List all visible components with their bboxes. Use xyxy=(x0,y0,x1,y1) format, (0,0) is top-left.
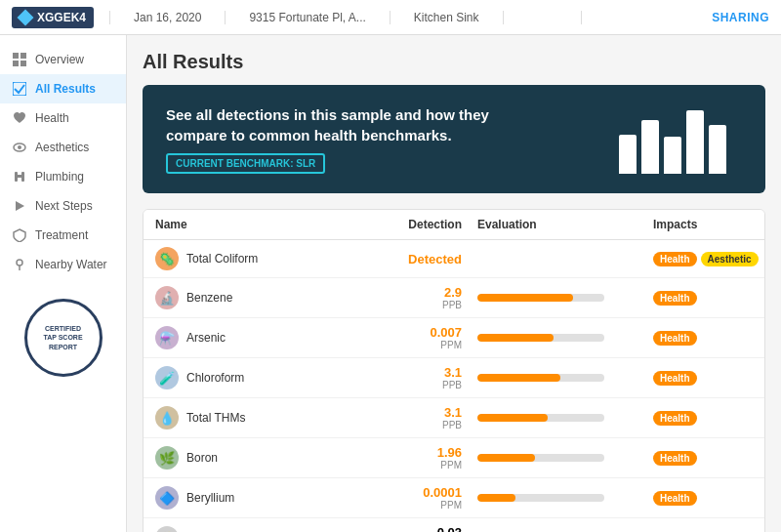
detection-value: 0.0001 xyxy=(350,485,462,500)
col-header-evaluation: Evaluation xyxy=(477,218,653,231)
cell-evaluation xyxy=(477,414,653,422)
table-row: ✨Silver0.03PPM xyxy=(144,518,764,532)
address-field: 9315 Fortunate Pl, A... xyxy=(226,11,390,24)
table-row: 🔷Beryllium0.0001PPMHealth xyxy=(144,478,764,518)
contaminant-icon: 🔷 xyxy=(155,486,179,510)
contaminant-name: Total THMs xyxy=(186,411,245,425)
detection-unit: PPB xyxy=(350,300,462,310)
cell-evaluation xyxy=(477,374,653,382)
cell-impacts: HealthAesthetic xyxy=(653,252,765,266)
col-header-impacts: Impacts xyxy=(653,218,765,231)
sidebar-label-plumbing: Plumbing xyxy=(35,170,84,184)
contaminant-name: Benzene xyxy=(186,291,232,305)
sidebar-item-nearby-water[interactable]: Nearby Water xyxy=(0,250,126,279)
top-bar: XGGEK4 Jan 16, 2020 9315 Fortunate Pl, A… xyxy=(0,0,781,35)
sharing-button[interactable]: SHARING xyxy=(712,11,769,24)
svg-marker-10 xyxy=(16,201,24,211)
cell-impacts: Health xyxy=(653,451,765,466)
cell-impacts: Health xyxy=(653,411,765,426)
cell-evaluation xyxy=(477,334,653,342)
contaminant-icon: 🌿 xyxy=(155,446,179,470)
svg-rect-0 xyxy=(13,53,19,59)
sidebar-label-health: Health xyxy=(35,111,69,125)
contaminant-icon: ✨ xyxy=(155,526,179,532)
cell-name: 🔷Beryllium xyxy=(155,486,350,510)
heart-icon xyxy=(12,110,27,126)
sidebar-item-next-steps[interactable]: Next Steps xyxy=(0,191,126,221)
cell-impacts: Health xyxy=(653,291,765,306)
impact-badge: Health xyxy=(653,371,697,386)
sidebar-label-aesthetics: Aesthetics xyxy=(35,141,89,154)
cell-name: ⚗️Arsenic xyxy=(155,326,350,349)
detection-unit: PPM xyxy=(350,340,462,350)
impact-badge: Health xyxy=(653,331,697,346)
detection-value: 0.007 xyxy=(350,325,462,340)
detection-value: 0.03 xyxy=(350,525,462,532)
eval-bar-container xyxy=(477,334,604,342)
sidebar-item-health[interactable]: Health xyxy=(0,103,126,133)
svg-rect-2 xyxy=(13,61,19,66)
detection-text: Detected xyxy=(350,252,462,266)
detection-value: 3.1 xyxy=(350,365,462,380)
detection-unit: PPM xyxy=(350,460,462,471)
benchmark-badge[interactable]: CURRENT BENCHMARK: SLR xyxy=(166,153,325,174)
sidebar-item-plumbing[interactable]: Plumbing xyxy=(0,162,126,191)
impact-badge: Health xyxy=(653,451,697,466)
sidebar-item-aesthetics[interactable]: Aesthetics xyxy=(0,133,126,162)
logo: XGGEK4 xyxy=(12,7,94,28)
date-field: Jan 16, 2020 xyxy=(109,11,226,24)
table-header: Name Detection Evaluation Impacts xyxy=(144,210,764,240)
impact-badge: Health xyxy=(653,491,697,506)
badge-line1: CERTIFIED xyxy=(45,324,81,333)
sidebar-item-overview[interactable]: Overview xyxy=(0,45,126,74)
cell-impacts: Health xyxy=(653,491,765,506)
banner: See all detections in this sample and ho… xyxy=(143,85,765,193)
checkbox-icon xyxy=(12,81,27,97)
cell-evaluation xyxy=(477,454,653,462)
eye-icon xyxy=(12,140,27,155)
logo-text: XGGEK4 xyxy=(37,11,86,24)
eval-bar-container xyxy=(477,414,604,422)
eval-bar xyxy=(477,334,554,342)
contaminant-icon: 🔬 xyxy=(155,286,179,309)
contaminant-icon: 🦠 xyxy=(155,247,179,270)
chart-bar-3 xyxy=(664,137,681,174)
logo-diamond-icon xyxy=(18,9,34,25)
svg-point-6 xyxy=(18,145,21,149)
location-field: Kitchen Sink xyxy=(390,11,504,24)
contaminant-icon: ⚗️ xyxy=(155,326,179,349)
svg-point-11 xyxy=(17,260,22,266)
contaminant-name: Total Coliform xyxy=(186,252,258,266)
sidebar-item-treatment[interactable]: Treatment xyxy=(0,221,126,250)
plumbing-icon xyxy=(12,169,27,184)
chart-bar-2 xyxy=(641,120,659,174)
cell-name: 💧Total THMs xyxy=(155,406,350,430)
sidebar-label-all-results: All Results xyxy=(35,82,96,96)
banner-chart xyxy=(619,105,746,174)
sidebar-item-all-results[interactable]: All Results xyxy=(0,74,126,103)
sidebar: Overview All Results Health Aesthetics P xyxy=(0,35,127,532)
detection-unit: PPM xyxy=(350,500,462,511)
detection-value: 1.96 xyxy=(350,445,462,460)
table-row: 🌿Boron1.96PPMHealth xyxy=(144,438,764,478)
contaminant-icon: 🧪 xyxy=(155,366,179,389)
cell-detection: 3.1PPB xyxy=(350,365,477,390)
contaminant-icon: 💧 xyxy=(155,406,179,430)
cell-detection: 3.1PPB xyxy=(350,405,477,430)
cell-name: ✨Silver xyxy=(155,526,350,532)
badge-line3: REPORT xyxy=(49,343,77,351)
sidebar-label-nearby-water: Nearby Water xyxy=(35,258,107,271)
banner-text: See all detections in this sample and ho… xyxy=(166,104,489,174)
cell-detection: 0.0001PPM xyxy=(350,485,477,511)
chart-bar-1 xyxy=(619,135,637,174)
empty-field xyxy=(504,11,582,24)
cell-evaluation xyxy=(477,494,653,502)
sidebar-label-treatment: Treatment xyxy=(35,228,88,242)
eval-bar-container xyxy=(477,454,604,462)
col-header-name: Name xyxy=(155,218,350,231)
play-icon xyxy=(12,198,27,214)
detection-unit: PPB xyxy=(350,380,462,390)
contaminant-name: Arsenic xyxy=(186,331,226,345)
svg-rect-9 xyxy=(15,175,24,178)
eval-bar xyxy=(477,374,560,382)
